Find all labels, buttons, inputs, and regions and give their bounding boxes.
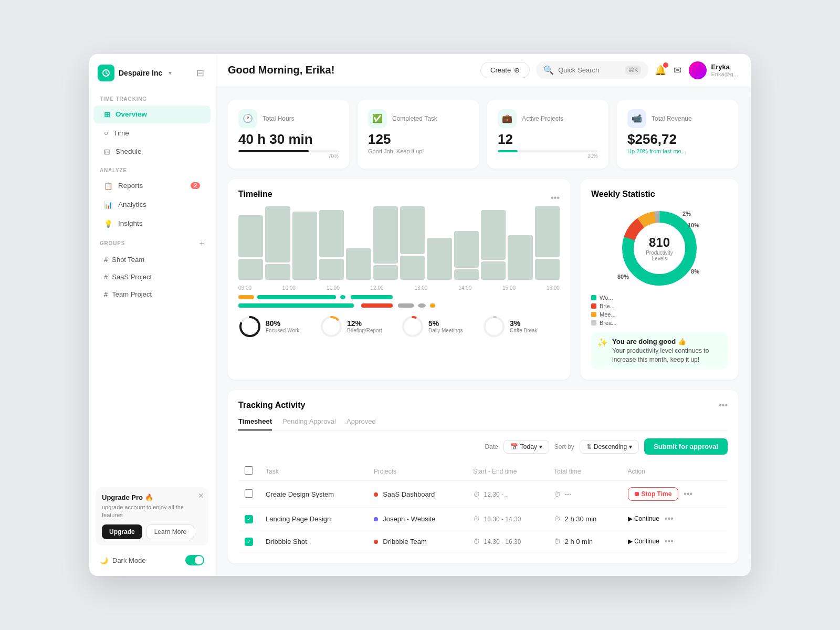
continue-button-row3[interactable]: ▶ Continue (628, 538, 659, 545)
sidebar: Despaire Inc ▾ ⊟ TIME TRACKING ⊞ Overvie… (89, 54, 215, 576)
user-name: Eryka (711, 63, 738, 71)
create-button[interactable]: Create ⊕ (480, 62, 530, 78)
col-task: Task (259, 462, 368, 481)
mail-button[interactable]: ✉ (674, 65, 681, 76)
donut-pct-10: 10% (688, 222, 699, 228)
sidebar-item-overview[interactable]: ⊞ Overview (93, 106, 211, 123)
sidebar-item-schedule[interactable]: ⊟ Shedule (93, 143, 211, 161)
dark-mode-toggle[interactable] (185, 555, 204, 565)
stat-cards: 🕐 Total Hours 40 h 30 min 70% ✅ Complete… (228, 100, 738, 169)
sidebar-item-shot-team[interactable]: # Shot Team (93, 251, 211, 268)
create-label: Create (490, 66, 511, 74)
stat-card-completed: ✅ Completed Task 125 Good Job, Keep it u… (358, 100, 479, 169)
search-input[interactable] (558, 66, 621, 74)
donut-chart-area: 810 ProductivityLevels 2% 10% 8% 80% (591, 206, 728, 326)
sidebar-item-reports[interactable]: 📋 Reports 2 (93, 177, 211, 195)
stat-card-active-projects: 💼 Active Projects 12 20% (487, 100, 608, 169)
chart-icon: 📊 (104, 201, 113, 209)
legend-label-meet: Mee... (600, 311, 616, 318)
clock-icon-total-row1: ⏱ (554, 490, 561, 498)
select-all-checkbox[interactable] (245, 466, 253, 475)
break-pct: 3% (510, 319, 538, 328)
section-label-analyze: ANALYZE (89, 161, 215, 176)
donut-center: 810 ProductivityLevels (646, 235, 673, 261)
row-3-more-button[interactable]: ••• (663, 537, 676, 546)
donut-sublabel: ProductivityLevels (646, 250, 673, 261)
row-1-project: SaaS Dashboard (368, 481, 467, 508)
sidebar-item-label-reports: Reports (118, 182, 143, 190)
sidebar-item-analytics[interactable]: 📊 Analytics (93, 196, 211, 214)
upgrade-desc: upgrade account to enjoy all the feature… (102, 503, 202, 520)
clock-icon-row2: ⏱ (473, 515, 480, 523)
clock-icon-total-row3: ⏱ (554, 538, 561, 545)
total-hours-label: Total Hours (262, 115, 295, 122)
group-label-saas-project: SaaS Project (112, 273, 152, 281)
sort-filter-button[interactable]: ⇅ Descending ▾ (580, 440, 639, 454)
user-avatar-area[interactable]: Eryka Erika@g... (689, 61, 738, 79)
dark-mode-label: 🌙 Dark Mode (100, 556, 146, 564)
sidebar-item-saas-project[interactable]: # SaaS Project (93, 269, 211, 285)
briefing-pct: 12% (347, 319, 382, 328)
stat-card-total-hours: 🕐 Total Hours 40 h 30 min 70% (228, 100, 349, 169)
tracking-tabs: Timesheet Pending Approval Approved (238, 417, 728, 431)
col-total-time: Total time (548, 462, 622, 481)
notification-button[interactable]: 🔔 (655, 65, 666, 76)
learn-more-button[interactable]: Learn More (146, 524, 194, 539)
upgrade-close-button[interactable]: ✕ (198, 491, 204, 500)
user-info: Eryka Erika@g... (711, 63, 738, 77)
sidebar-header: Despaire Inc ▾ ⊟ (89, 54, 215, 90)
row-2-project-dot (374, 517, 378, 521)
completed-task-label: Completed Task (392, 115, 437, 122)
focused-work-pct: 80% (266, 319, 299, 328)
active-projects-progress-label: 20% (498, 153, 598, 159)
sidebar-item-team-project[interactable]: # Team Project (93, 286, 211, 302)
row-1-project-name: SaaS Dashboard (383, 490, 435, 498)
sidebar-item-insights[interactable]: 💡 Insights (93, 215, 211, 233)
stat-circle-meetings: 5% Daily Meetings (401, 315, 478, 338)
timeline-section: Timeline ••• (228, 179, 570, 380)
calendar-icon: ⊟ (104, 148, 110, 156)
row-1-more-button[interactable]: ••• (681, 489, 695, 499)
row-2-more-button[interactable]: ••• (663, 514, 676, 523)
row-3-checkbox-checked[interactable]: ✓ (245, 538, 253, 546)
col-start-end: Start - End time (467, 462, 548, 481)
tracking-more-button[interactable]: ••• (719, 401, 728, 410)
clock-icon-row1: ⏱ (473, 490, 480, 498)
briefing-label: Briefing/Report (347, 328, 382, 333)
donut-legend: Wo... Brie... Mee... (591, 295, 728, 326)
add-group-button[interactable]: + (200, 239, 204, 248)
logo-icon (98, 65, 114, 81)
donut-pct-8: 8% (691, 268, 699, 275)
legend-item-brief: Brie... (591, 303, 728, 309)
tab-timesheet[interactable]: Timesheet (238, 417, 272, 430)
upgrade-button[interactable]: Upgrade (102, 524, 142, 539)
stop-time-button[interactable]: Stop Time (628, 487, 679, 501)
avatar (689, 61, 707, 79)
sidebar-item-time[interactable]: ○ Time (93, 124, 211, 142)
plus-circle-icon: ⊕ (514, 66, 520, 74)
dark-mode-row: 🌙 Dark Mode (89, 550, 215, 568)
timeline-more-button[interactable]: ••• (551, 193, 560, 203)
weekly-good-title: You are doing good 👍 (612, 338, 721, 345)
total-hours-icon: 🕐 (238, 109, 257, 128)
sidebar-collapse-button[interactable]: ⊟ (194, 65, 206, 81)
tracking-section: Tracking Activity ••• Timesheet Pending … (228, 390, 738, 563)
row-1-checkbox[interactable] (245, 489, 253, 498)
date-filter-button[interactable]: 📅 Today ▾ (503, 440, 549, 454)
tab-pending[interactable]: Pending Approval (282, 417, 336, 430)
tab-approved[interactable]: Approved (346, 417, 376, 430)
row-2-project-name: Joseph - Website (383, 515, 435, 523)
sidebar-logo[interactable]: Despaire Inc ▾ (98, 65, 172, 81)
notification-badge (663, 62, 668, 68)
meetings-label: Daily Meetings (428, 328, 463, 333)
completed-task-value: 125 (368, 132, 468, 146)
timeline-progress-bars (238, 295, 560, 308)
submit-approval-button[interactable]: Submit for approval (644, 438, 728, 455)
search-bar: 🔍 ⌘K (536, 61, 648, 79)
continue-button-row2[interactable]: ▶ Continue (628, 515, 659, 522)
groups-header: GROUPS + (89, 233, 215, 251)
row-2-checkbox-checked[interactable]: ✓ (245, 515, 253, 523)
row-3-project-dot (374, 540, 378, 544)
reports-badge: 2 (191, 182, 200, 189)
col-action: Action (622, 462, 728, 481)
